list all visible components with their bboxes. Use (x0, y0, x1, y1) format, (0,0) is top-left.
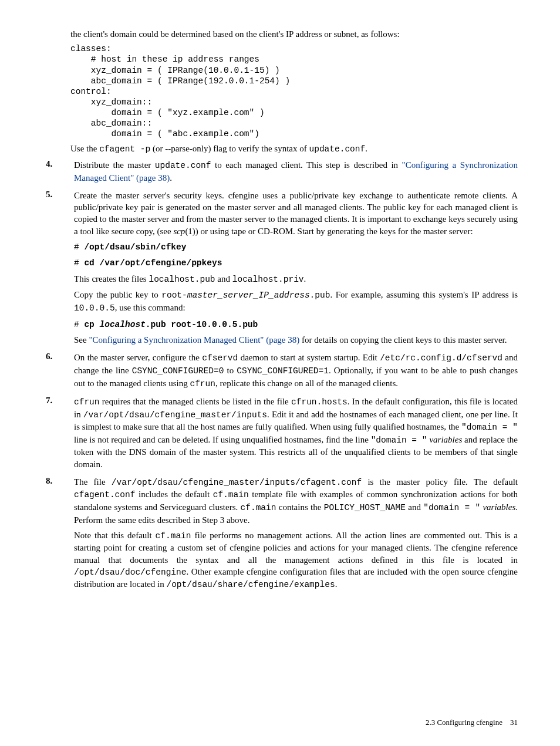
step-4: 4. Distribute the master update.conf to … (42, 159, 518, 187)
step-body: On the master server, configure the cfse… (74, 352, 518, 393)
cfservd: cfservd (202, 353, 238, 363)
root-master-ip: master_server_IP_address (187, 291, 310, 300)
etc-path: /etc/ (380, 353, 406, 363)
step-number: 5. (42, 190, 74, 350)
step-number: 4. (42, 159, 74, 187)
page-footer: 2.3 Configuring cfengine 31 (426, 718, 518, 727)
text: to each managed client. This step is des… (211, 160, 402, 170)
paragraph: Distribute the master update.conf to eac… (74, 159, 518, 184)
step-7: 7. cfrun requires that the managed clien… (42, 396, 518, 474)
step-number: 7. (42, 396, 74, 474)
domain-literal: "domain = " (461, 423, 518, 432)
paragraph: cfrun requires that the managed clients … (74, 396, 518, 470)
domain-literal: "domain = " (371, 436, 427, 445)
text: . (170, 173, 172, 183)
step-body: Create the master server's security keys… (74, 190, 518, 350)
variables-italic: variables (483, 502, 515, 512)
text: . (365, 144, 367, 153)
text: Note that this default (74, 531, 156, 540)
examples-path: /opt/dsau/share/cfengine/examples (166, 580, 335, 589)
cp-cmd-a: cp (84, 320, 99, 329)
paragraph: Copy the public key to root-master_serve… (74, 289, 518, 314)
link-config-sync-client[interactable]: "Configuring a Synchronization Managed C… (89, 335, 299, 345)
csync1: CSYNC_CONFIGURED=1 (237, 366, 329, 376)
text: The file (74, 477, 112, 487)
prompt: # (74, 258, 84, 268)
inputs-path: /var/opt/dsau/cfengine_master/inputs (83, 410, 267, 420)
localhost-priv: localhost.priv (232, 275, 304, 284)
domain-literal: "domain = " (423, 503, 480, 512)
cp-cmd-c: .pub root-10.0.0.5.pub (146, 320, 258, 329)
paragraph: This creates the files localhost.pub and… (74, 273, 518, 286)
text: is the master policy file. The default (362, 477, 518, 487)
text: for details on copying the client keys t… (299, 335, 507, 345)
cfrun: cfrun (74, 397, 100, 407)
step-body: Distribute the master update.conf to eac… (74, 159, 518, 187)
text: to (224, 366, 237, 375)
cf-main: cf.main (156, 531, 191, 541)
continuation-body: the client's domain could be determined … (70, 28, 518, 156)
page-number: 31 (510, 718, 518, 727)
text: and (215, 274, 232, 283)
update-conf: update.conf (309, 144, 366, 154)
scp-italic: scp (173, 227, 185, 236)
rc-path: rc.config.d/cfservd (406, 353, 502, 363)
cfagent-cmd: cfagent -p (99, 144, 150, 154)
localhost-pub: localhost.pub (149, 275, 215, 284)
text: . For example, assuming this system's IP… (330, 290, 518, 299)
policy-host-name: POLICY_HOST_NAME (324, 503, 406, 512)
cfagent-conf-path: /var/opt/dsau/cfengine_master/inputs/cfa… (112, 478, 362, 487)
text: . (335, 579, 338, 589)
step-8: 8. The file /var/opt/dsau/cfengine_maste… (42, 476, 518, 595)
text: (1)) or using tape or CD-ROM. Start by g… (185, 227, 473, 236)
text: On the master server, configure the (74, 353, 202, 362)
paragraph: See "Configuring a Synchronization Manag… (74, 334, 518, 346)
command: # /opt/dsau/sbin/cfkey (74, 241, 518, 254)
cfrun: cfrun (190, 379, 215, 389)
cfkey-cmd: /opt/dsau/sbin/cfkey (84, 242, 186, 252)
text: This creates the files (74, 274, 149, 283)
cf-main: cf.main (241, 503, 276, 512)
cfrun-hosts: cfrun.hosts (291, 397, 348, 407)
update-conf: update.conf (155, 161, 211, 170)
prompt: # (74, 320, 84, 329)
step-number: 6. (42, 352, 74, 393)
step-6: 6. On the master server, configure the c… (42, 352, 518, 393)
text: requires that the managed clients be lis… (100, 397, 292, 406)
text: See (74, 335, 89, 345)
cfagent-conf: cfagent.conf (74, 490, 135, 499)
paragraph: Note that this default cf.main file perf… (74, 529, 518, 591)
text: Distribute the master (74, 160, 155, 170)
after-code-paragraph: Use the cfagent -p (or --parse-only) fla… (70, 143, 518, 156)
text: (or --parse-only) flag to verify the syn… (150, 144, 309, 153)
ip-address: 10.0.0.5 (74, 303, 115, 313)
doc-path: /opt/dsau/doc/cfengine (74, 568, 186, 577)
text: Copy the public key to (74, 290, 161, 299)
cf-main: cf.main (213, 490, 249, 499)
paragraph: The file /var/opt/dsau/cfengine_master/i… (74, 476, 518, 526)
step-5: 5. Create the master server's security k… (42, 190, 518, 350)
root-master-end: .pub (310, 291, 330, 300)
command: # cp localhost.pub root-10.0.0.5.pub (74, 318, 518, 331)
text: , replicate this change on all of the ma… (215, 379, 398, 388)
text: line is not required and can be deleted.… (74, 435, 371, 444)
csync0: CSYNC_CONFIGURED=0 (132, 366, 224, 376)
section-label: 2.3 Configuring cfengine (426, 718, 502, 727)
text: Use the (70, 144, 99, 153)
text: contains the (276, 502, 323, 512)
text: and (406, 502, 423, 512)
command: # cd /var/opt/cfengine/ppkeys (74, 256, 518, 269)
text: includes the default (135, 490, 212, 499)
prompt: # (74, 242, 84, 252)
variables-italic: variables (429, 435, 462, 444)
step-body: cfrun requires that the managed clients … (74, 396, 518, 474)
text: . (304, 274, 306, 283)
text: , use this command: (115, 303, 185, 312)
intro-paragraph: the client's domain could be determined … (70, 28, 518, 40)
text: daemon to start at system startup. Edit (238, 353, 380, 362)
paragraph: Create the master server's security keys… (74, 190, 518, 237)
code-block: classes: # host in these ip address rang… (70, 43, 518, 139)
page: the client's domain could be determined … (0, 0, 560, 746)
step-number: 8. (42, 476, 74, 595)
root-master: root- (161, 291, 187, 300)
